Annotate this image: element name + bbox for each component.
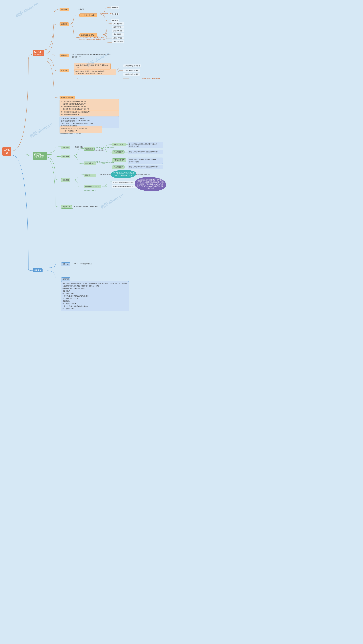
shengchanxing-label: 生产性服务业（3个）: [79, 14, 97, 17]
dikuo-duixiang-value: 增值税 农产品的加计抵扣: [75, 263, 92, 265]
shiyong-tiaojian-label: 适用条件: [60, 54, 69, 57]
gaoxin-jiqita-label: 高新技术企业及其他: [84, 185, 101, 188]
shenghuo-fuwu-label: 生活性服务业（6个）: [79, 33, 97, 37]
lvyou-yule: 旅游娱乐服务: [112, 30, 124, 32]
feizhizaoye-date: 执行日期：2018.1.1-2023.12.31: [94, 161, 114, 163]
zhangwu-chuli-label: 账务处理（举例）: [60, 96, 75, 99]
cloud-note-2022: 2022年度企业所得税汇算清缴，四季度发生的可按平均比例推算实际发生的计算，减除…: [135, 177, 166, 191]
xingcheng-zhizao: 形成无形资产: [112, 150, 125, 154]
wenhua-tiyu: 文化体育服务: [112, 22, 124, 25]
canzhu-zhusuo: 餐饮住宿服务: [112, 33, 124, 36]
canjiren-gongzi-label: 残疾人工资: [61, 205, 72, 208]
shenghuo-bili: 2019.4.1-2019.9.30加计抵减比例：10%2019.10.1-20…: [79, 36, 112, 40]
dangqi-jiti-box: 当期计提加计抵减额=（当期进项税额）*（10%或者15%）: [74, 63, 111, 70]
koujian-sheji-duixiang: 涉及对象: [61, 146, 70, 149]
shengchanxing-bili: — 加计抵减比例：10%: [98, 13, 112, 15]
wei-xingcheng-feizhi: 未形成无形资产: [112, 158, 126, 162]
canjiren-text: — 允许税前全额扣除并100%加计扣除: [74, 206, 98, 208]
xingcheng-zhizao-text: 按照无形资产成本的200%在企业所得税前摊销: [128, 150, 163, 154]
dikuo-sheji-duixiang: 涉及对象: [61, 262, 70, 266]
xingcheng-feizhi: 形成无形资产: [112, 166, 125, 169]
jinxiang-shuie-zhuanchu: — 进项税额转出*加计抵减比例: [140, 78, 160, 80]
zhangwu-fen2: 借：应交税费-应交增值税-转出未交增值税 700 贷：应交税费-未交增值税 70…: [60, 110, 119, 117]
zhizaoye-date: 执行日期：2021.1.1起开始执行: [94, 147, 114, 149]
jiaji-dijian-node: 加计抵减 临时性优惠政策: [33, 50, 44, 56]
jiaji-koujian-node: 加计扣除 纳税人将相关费用...再按一定比例的...: [33, 152, 47, 160]
anli-scenario: 税收公司向农民收购蔬菜间，开具农产品收购发票，金额100000元，当月销售用于生…: [61, 281, 129, 311]
shangqi-mo: 上期末加计抵减额余额: [123, 64, 141, 67]
gaoxin-jishu-label: 高新技术企业: [84, 174, 96, 177]
youzheng-fuwu: 邮政服务: [111, 6, 119, 9]
dianxin-fuwu: 电信服务: [111, 13, 119, 16]
koujian-duixiang-value: 企业所得税: [75, 146, 83, 148]
shiyong-hangye-label: 适用行业: [60, 22, 69, 26]
zhangwu-note: 实际抵减的加计抵减计入"其他收益": [60, 132, 82, 134]
xingcheng-feizhi-text: 按照无形资产成本的175%在企业所得税前摊销: [128, 165, 163, 169]
center-node: 三个概念: [2, 147, 11, 156]
jiaji-dijian-sheji-duixiang-value: 进项税额: [78, 8, 84, 10]
zhizaoye-label: 制造业企业: [84, 147, 95, 150]
jisuan-fangfa-label: 计算方法: [60, 69, 69, 72]
shiji-dijian: 实际抵减：借：应交税费-未交增值税 700 贷：其他收益 700: [60, 126, 102, 133]
watermark-3: 树图 shutu.cn: [29, 122, 54, 139]
jiaji-dijian-sheji-duixiang-label: 涉及对象: [60, 8, 69, 11]
dangqi-tiaojian-sub: 当期调减加计抵减额: [123, 73, 140, 76]
xiandai-fuwu: 现代服务: [111, 19, 119, 22]
yanfa-feiyong-label: 研发费用: [61, 155, 70, 158]
watermark-1: 树图 shutu.cn: [15, 1, 40, 18]
dangqi-jiti-2: 当期计提加计抵减额: [123, 69, 140, 72]
sheji-feiyong-label: 涉及费用: [61, 178, 70, 182]
wei-xingcheng-feizhi-text: 计入当期损益，实际发生额的75%在企业所得税前加计扣除: [128, 158, 163, 164]
watermark-4: 树图 shutu.cn: [100, 192, 125, 210]
wei-xingcheng-zhizao: 未形成无形资产: [112, 143, 126, 146]
juzhu-richang: 居住日常服务: [112, 36, 124, 39]
wei-xingcheng-zhizao-text: 计入当期损益，实际发生额的100%在企业所得税前加计扣除: [128, 142, 163, 148]
shiyong-tiaojian-value: 提供生产性服务和生活性服务取得的销售额占全体销售额的比重>50%: [72, 54, 122, 58]
jiaoyu-yiliao: 教育医疗服务: [112, 26, 124, 28]
anli-fenxi-label: 案例分析: [61, 278, 70, 281]
feizhizaoye-label: 非制造业企业: [84, 162, 96, 165]
jiaji-dikuo-node: 加计抵扣: [33, 268, 43, 272]
qita-shenghuo: 其他生活服务: [112, 40, 124, 43]
cloud-note-1: 当年不足抵扣的，可以结转至以后年度（没有年限规定）执行: [111, 170, 136, 178]
gaoxin-jiqita-date: 2022.1.1起开始执行: [84, 190, 96, 192]
dangqi-ke-dijian-box: 当期可抵减加计抵减额=上期末加计抵减额余额+当期计提加计抵减额-当期调减加计抵减…: [74, 69, 116, 76]
zhangwu-fen1: 借：应交税费-应交增值税-销项税额 9500 应交税费-应交增值税-进项税额抵 …: [60, 99, 119, 111]
